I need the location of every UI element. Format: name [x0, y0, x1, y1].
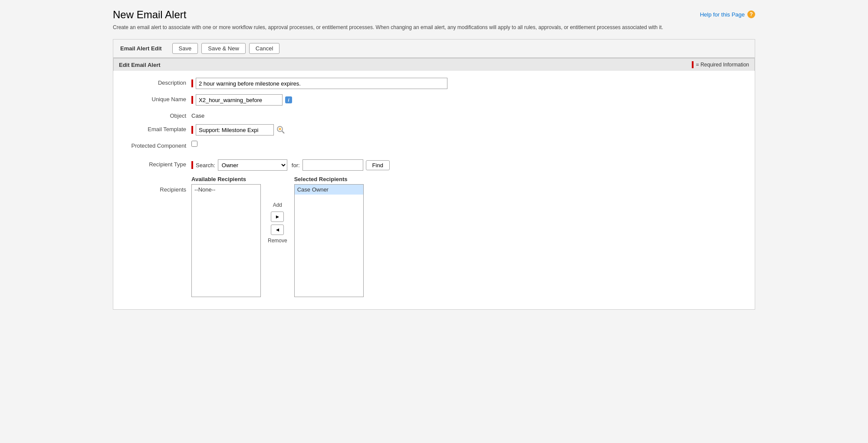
help-icon: ?: [747, 10, 755, 18]
selected-recipients-list[interactable]: Case Owner: [294, 184, 364, 297]
description-input[interactable]: [196, 78, 447, 89]
svg-line-1: [282, 131, 284, 133]
help-link-text: Help for this Page: [700, 11, 745, 18]
email-template-row: Email Template: [113, 124, 755, 136]
available-recipients-label: Available Recipients: [191, 176, 261, 182]
add-button[interactable]: ►: [271, 212, 284, 222]
unique-name-row: Unique Name i: [113, 94, 755, 106]
find-button[interactable]: Find: [366, 160, 390, 170]
available-recipients-list[interactable]: --None--: [191, 184, 261, 297]
description-label: Description: [122, 78, 191, 86]
protected-component-row: Protected Component: [113, 141, 755, 149]
cancel-button[interactable]: Cancel: [249, 43, 279, 54]
help-link[interactable]: Help for this Page ?: [700, 10, 755, 18]
recipient-type-value-container: Search: Owner Role User for: Find: [191, 159, 746, 171]
add-label: Add: [273, 202, 282, 208]
remove-label: Remove: [268, 238, 287, 244]
required-bar-icon: [692, 61, 694, 68]
page-description: Create an email alert to associate with …: [113, 23, 663, 31]
selected-recipients-container: Selected Recipients Case Owner: [294, 176, 364, 297]
search-label: Search:: [196, 162, 215, 169]
lookup-icon[interactable]: [276, 126, 285, 134]
protected-component-value-container: [191, 141, 746, 147]
protected-component-label: Protected Component: [122, 141, 191, 149]
required-text: = Required Information: [696, 62, 749, 68]
page-title: New Email Alert: [113, 9, 663, 21]
list-item[interactable]: Case Owner: [295, 185, 363, 195]
description-required: [191, 79, 193, 87]
unique-name-label: Unique Name: [122, 94, 191, 102]
form-container: Edit Email Alert = Required Information …: [113, 58, 755, 310]
protected-component-checkbox[interactable]: [191, 141, 197, 147]
form-body: Description Unique Name i Object: [113, 71, 755, 309]
unique-name-value-container: i: [191, 94, 746, 106]
recipient-type-select[interactable]: Owner Role User: [218, 159, 287, 171]
recipients-area: Available Recipients --None-- Add ► ◄ Re…: [191, 176, 364, 297]
object-value-container: Case: [191, 111, 746, 119]
recipients-label: Recipients: [122, 176, 191, 193]
description-value-container: [191, 78, 746, 89]
description-row: Description: [113, 78, 755, 89]
unique-name-required: [191, 96, 193, 104]
selected-recipients-label: Selected Recipients: [294, 176, 364, 182]
recipient-type-label: Recipient Type: [122, 159, 191, 168]
for-label: for:: [292, 162, 300, 169]
email-template-input[interactable]: [196, 124, 274, 136]
email-template-value-container: [191, 124, 746, 136]
info-icon[interactable]: i: [285, 96, 292, 103]
section-header: Edit Email Alert = Required Information: [113, 58, 755, 71]
toolbar-title: Email Alert Edit: [120, 45, 162, 52]
toolbar: Email Alert Edit Save Save & New Cancel: [113, 39, 755, 58]
recipients-row: Recipients Available Recipients --None--…: [113, 176, 755, 297]
for-input[interactable]: [302, 159, 363, 171]
transfer-buttons: Add ► ◄ Remove: [268, 202, 287, 245]
section-title: Edit Email Alert: [119, 62, 161, 68]
object-value: Case: [191, 111, 204, 119]
remove-button[interactable]: ◄: [271, 225, 284, 235]
required-legend: = Required Information: [692, 61, 749, 68]
object-row: Object Case: [113, 111, 755, 119]
save-new-button[interactable]: Save & New: [201, 43, 246, 54]
email-template-label: Email Template: [122, 124, 191, 132]
recipient-type-required: [191, 161, 193, 169]
unique-name-input[interactable]: [196, 94, 283, 106]
available-recipients-container: Available Recipients --None--: [191, 176, 261, 297]
save-button[interactable]: Save: [172, 43, 198, 54]
svg-point-2: [279, 128, 281, 130]
recipient-type-row: Recipient Type Search: Owner Role User f…: [113, 159, 755, 171]
email-template-required: [191, 126, 193, 134]
list-item[interactable]: --None--: [192, 185, 260, 195]
object-label: Object: [122, 111, 191, 119]
